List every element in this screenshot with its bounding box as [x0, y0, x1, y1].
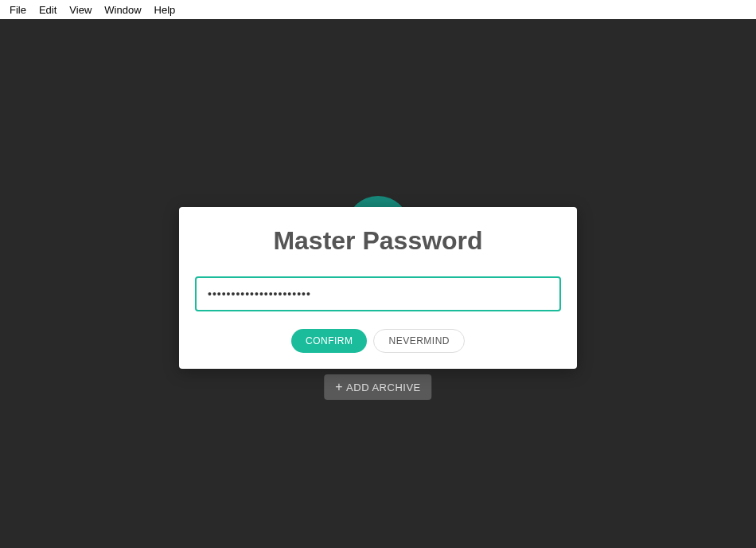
modal-title: Master Password	[195, 226, 561, 256]
master-password-input[interactable]	[195, 276, 561, 311]
confirm-button[interactable]: CONFIRM	[291, 329, 368, 353]
add-archive-button[interactable]: + ADD ARCHIVE	[324, 374, 431, 400]
master-password-modal: Master Password CONFIRM NEVERMIND	[179, 207, 577, 369]
menu-file[interactable]: File	[3, 2, 33, 18]
menu-edit[interactable]: Edit	[33, 2, 63, 18]
add-archive-label: ADD ARCHIVE	[346, 382, 421, 393]
menu-view[interactable]: View	[63, 2, 98, 18]
menu-window[interactable]: Window	[98, 2, 147, 18]
plus-icon: +	[335, 381, 343, 393]
nevermind-button[interactable]: NEVERMIND	[373, 329, 465, 353]
app-body: + ADD ARCHIVE Master Password CONFIRM NE…	[0, 19, 756, 548]
menubar: File Edit View Window Help	[0, 0, 756, 19]
menu-help[interactable]: Help	[148, 2, 182, 18]
modal-actions: CONFIRM NEVERMIND	[195, 329, 561, 353]
